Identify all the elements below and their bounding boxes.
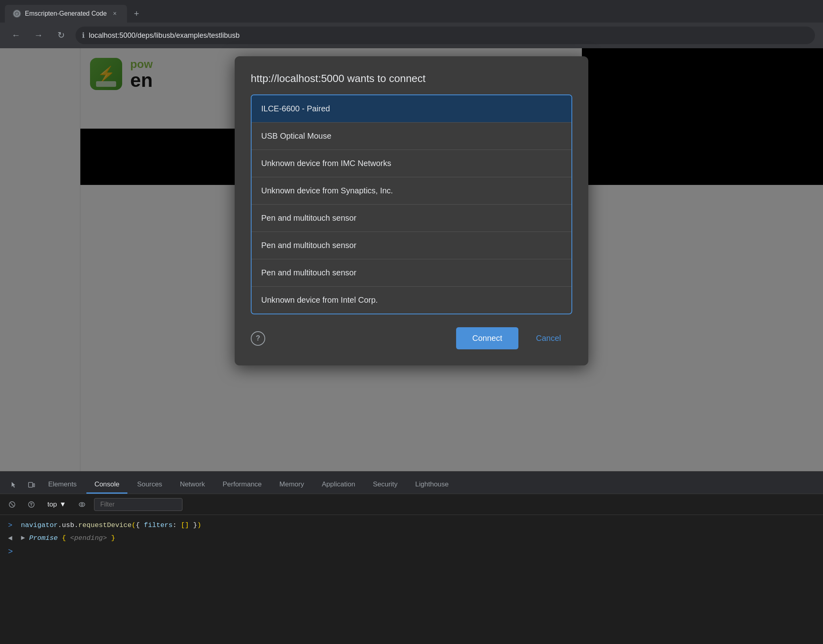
address-bar[interactable]: ℹ localhost:5000/deps/libusb/examples/te… xyxy=(76,27,815,44)
eye-icon[interactable] xyxy=(75,497,89,512)
console-output-text: ► Promise { <pending> } xyxy=(21,534,115,542)
tab-bar: e Emscripten-Generated Code × + xyxy=(0,0,823,23)
devtools-tab-elements[interactable]: Elements xyxy=(40,476,85,494)
dropdown-arrow-icon: ▼ xyxy=(59,500,66,509)
devtools-tab-security[interactable]: Security xyxy=(365,476,405,494)
device-list: ILCE-6600 - PairedUSB Optical MouseUnkno… xyxy=(251,94,572,314)
cancel-button[interactable]: Cancel xyxy=(525,327,572,349)
console-toolbar: top ▼ xyxy=(0,494,823,515)
forward-button[interactable]: → xyxy=(31,27,47,43)
filter-toggle-button[interactable] xyxy=(24,497,39,512)
devtools-tabbar: Elements Console Sources Network Perform… xyxy=(0,472,823,494)
console-filter-input[interactable] xyxy=(94,498,182,511)
usb-connect-dialog: http://localhost:5000 wants to connect I… xyxy=(235,56,588,365)
devtools-tab-performance[interactable]: Performance xyxy=(215,476,270,494)
devtools-tab-network[interactable]: Network xyxy=(172,476,213,494)
execution-context-dropdown[interactable]: top ▼ xyxy=(43,499,70,510)
device-item-2[interactable]: Unknown device from IMC Networks xyxy=(252,150,571,177)
help-button[interactable]: ? xyxy=(251,331,265,346)
console-prompt: > xyxy=(8,547,815,556)
device-item-3[interactable]: Unknown device from Synaptics, Inc. xyxy=(252,177,571,205)
console-output-arrow: ◄ xyxy=(8,534,16,542)
console-input-text: navigator.usb.requestDevice({ filters: [… xyxy=(21,521,201,529)
nav-bar: ← → ↻ ℹ localhost:5000/deps/libusb/examp… xyxy=(0,23,823,48)
svg-point-10 xyxy=(79,502,85,507)
device-item-6[interactable]: Pen and multitouch sensor xyxy=(252,259,571,287)
dialog-footer: ? Connect Cancel xyxy=(251,327,572,349)
console-input-arrow: > xyxy=(8,521,16,529)
back-button[interactable]: ← xyxy=(8,27,24,43)
devtools-tab-application[interactable]: Application xyxy=(314,476,363,494)
dialog-title: http://localhost:5000 wants to connect xyxy=(251,72,572,85)
console-input-line: > navigator.usb.requestDevice({ filters:… xyxy=(8,521,815,529)
device-item-1[interactable]: USB Optical Mouse xyxy=(252,123,571,150)
console-output-line: ◄ ► Promise { <pending> } xyxy=(8,534,815,542)
info-icon: ℹ xyxy=(82,31,85,40)
browser-chrome: e Emscripten-Generated Code × + ← → ↻ ℹ … xyxy=(0,0,823,48)
svg-rect-2 xyxy=(29,482,33,487)
active-tab[interactable]: e Emscripten-Generated Code × xyxy=(5,5,127,23)
svg-rect-3 xyxy=(33,484,35,487)
devtools-tab-console[interactable]: Console xyxy=(86,476,127,494)
device-item-7[interactable]: Unknown device from Intel Corp. xyxy=(252,287,571,314)
dialog-buttons: Connect Cancel xyxy=(456,327,572,349)
device-item-0[interactable]: ILCE-6600 - Paired xyxy=(252,95,571,123)
devtools-tab-memory[interactable]: Memory xyxy=(271,476,312,494)
devtools-cursor-icon[interactable] xyxy=(5,476,23,494)
connect-button[interactable]: Connect xyxy=(456,327,518,349)
device-item-4[interactable]: Pen and multitouch sensor xyxy=(252,205,571,232)
devtools-tab-lighthouse[interactable]: Lighthouse xyxy=(407,476,457,494)
url-text: localhost:5000/deps/libusb/examples/test… xyxy=(89,31,240,40)
tab-close-button[interactable]: × xyxy=(111,10,119,18)
console-cursor-icon: > xyxy=(8,547,13,556)
dialog-overlay: http://localhost:5000 wants to connect I… xyxy=(0,48,823,471)
new-tab-button[interactable]: + xyxy=(129,5,145,23)
svg-text:e: e xyxy=(16,12,18,16)
tab-title: Emscripten-Generated Code xyxy=(25,10,107,17)
clear-console-button[interactable] xyxy=(5,497,19,512)
svg-point-11 xyxy=(81,503,83,505)
devtools-tab-sources[interactable]: Sources xyxy=(129,476,170,494)
device-item-5[interactable]: Pen and multitouch sensor xyxy=(252,232,571,259)
console-output: > navigator.usb.requestDevice({ filters:… xyxy=(0,515,823,563)
tab-favicon: e xyxy=(13,10,21,18)
svg-line-5 xyxy=(10,503,14,506)
devtools-device-icon[interactable] xyxy=(23,476,40,494)
devtools-panel: Elements Console Sources Network Perform… xyxy=(0,471,823,644)
reload-button[interactable]: ↻ xyxy=(53,27,69,43)
